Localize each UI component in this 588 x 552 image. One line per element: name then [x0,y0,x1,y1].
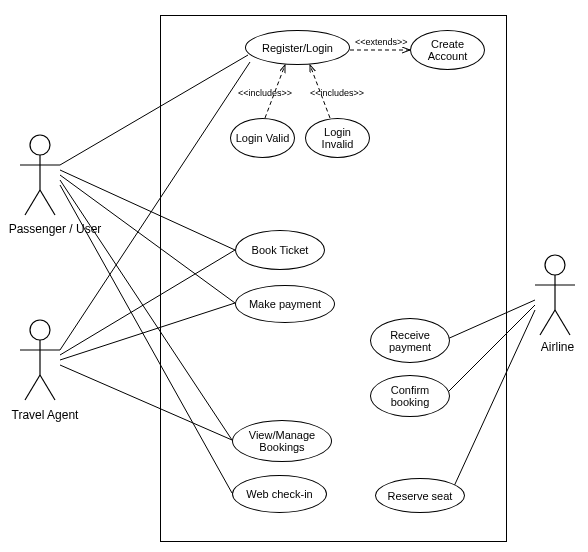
stereotype-includes-1: <<includes>> [238,88,292,98]
usecase-register-login: Register/Login [245,30,350,65]
usecase-label: Create Account [413,38,482,62]
usecase-label: Reserve seat [388,490,453,502]
svg-line-3 [25,190,40,215]
usecase-login-invalid: Login Invalid [305,118,370,158]
svg-line-9 [40,375,55,400]
stereotype-extends: <<extends>> [355,37,408,47]
svg-point-0 [30,135,50,155]
usecase-create-account: Create Account [410,30,485,70]
usecase-view-manage-bookings: View/Manage Bookings [232,420,332,462]
actor-label-passenger: Passenger / User [0,222,110,236]
usecase-login-valid: Login Valid [230,118,295,158]
usecase-label: View/Manage Bookings [235,429,329,453]
usecase-label: Confirm booking [373,384,447,408]
usecase-make-payment: Make payment [235,285,335,323]
svg-line-14 [555,310,570,335]
use-case-diagram: Register/Login Create Account Login Vali… [0,0,588,552]
usecase-web-checkin: Web check-in [232,475,327,513]
svg-line-4 [40,190,55,215]
usecase-label: Book Ticket [252,244,309,256]
actor-label-travel-agent: Travel Agent [0,408,90,422]
usecase-book-ticket: Book Ticket [235,230,325,270]
usecase-confirm-booking: Confirm booking [370,375,450,417]
stereotype-includes-2: <<includes>> [310,88,364,98]
usecase-label: Login Invalid [308,126,367,150]
svg-point-10 [545,255,565,275]
svg-line-13 [540,310,555,335]
usecase-reserve-seat: Reserve seat [375,478,465,513]
usecase-label: Register/Login [262,42,333,54]
passenger-actor-icon [20,135,60,215]
airline-actor-icon [535,255,575,335]
usecase-label: Receive payment [373,329,447,353]
travel-agent-actor-icon [20,320,60,400]
svg-line-8 [25,375,40,400]
usecase-label: Web check-in [246,488,312,500]
usecase-label: Login Valid [236,132,290,144]
usecase-receive-payment: Receive payment [370,318,450,363]
actor-label-airline: Airline [530,340,585,354]
usecase-label: Make payment [249,298,321,310]
svg-point-5 [30,320,50,340]
